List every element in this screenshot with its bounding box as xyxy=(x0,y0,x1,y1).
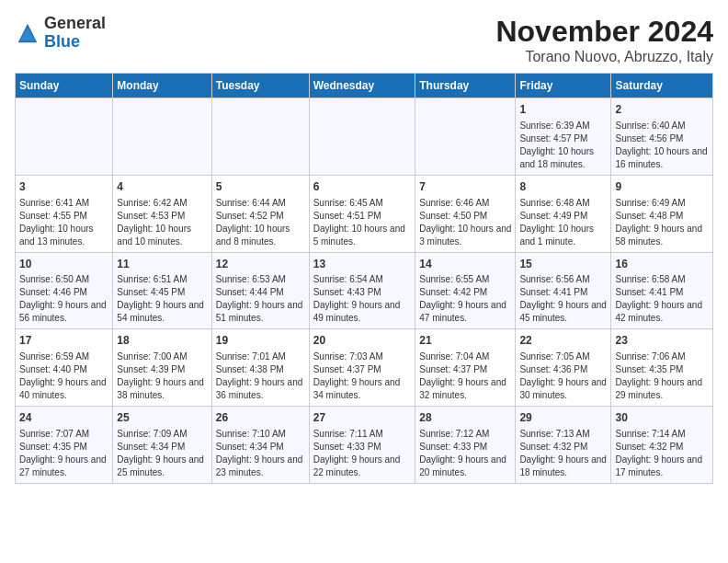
day-header-tuesday: Tuesday xyxy=(211,74,309,98)
calendar-cell: 28Sunrise: 7:12 AM Sunset: 4:33 PM Dayli… xyxy=(415,407,516,484)
week-row-3: 10Sunrise: 6:50 AM Sunset: 4:46 PM Dayli… xyxy=(16,252,713,329)
day-info: Sunrise: 6:39 AM Sunset: 4:57 PM Dayligh… xyxy=(519,120,607,171)
calendar-cell: 1Sunrise: 6:39 AM Sunset: 4:57 PM Daylig… xyxy=(516,98,611,176)
day-info: Sunrise: 6:48 AM Sunset: 4:49 PM Dayligh… xyxy=(519,197,607,248)
header: General Blue November 2024 Torano Nuovo,… xyxy=(15,15,713,65)
calendar-cell: 9Sunrise: 6:49 AM Sunset: 4:48 PM Daylig… xyxy=(611,175,713,252)
day-info: Sunrise: 7:05 AM Sunset: 4:36 PM Dayligh… xyxy=(519,350,607,402)
day-info: Sunrise: 7:06 AM Sunset: 4:35 PM Dayligh… xyxy=(615,350,709,402)
day-info: Sunrise: 7:12 AM Sunset: 4:33 PM Dayligh… xyxy=(419,428,511,479)
logo: General Blue xyxy=(15,15,106,52)
day-number: 28 xyxy=(419,410,511,426)
calendar-title: November 2024 xyxy=(495,15,713,49)
calendar-table: SundayMondayTuesdayWednesdayThursdayFrid… xyxy=(15,73,713,484)
day-info: Sunrise: 6:41 AM Sunset: 4:55 PM Dayligh… xyxy=(19,197,108,248)
day-number: 11 xyxy=(117,257,207,272)
day-info: Sunrise: 7:04 AM Sunset: 4:37 PM Dayligh… xyxy=(419,350,511,402)
week-row-2: 3Sunrise: 6:41 AM Sunset: 4:55 PM Daylig… xyxy=(16,175,713,252)
day-number: 8 xyxy=(519,179,607,195)
day-number: 17 xyxy=(19,333,108,349)
day-header-wednesday: Wednesday xyxy=(309,74,415,98)
day-info: Sunrise: 7:10 AM Sunset: 4:34 PM Dayligh… xyxy=(216,428,305,479)
day-info: Sunrise: 7:01 AM Sunset: 4:38 PM Dayligh… xyxy=(216,350,305,402)
calendar-cell xyxy=(309,98,415,176)
calendar-cell: 13Sunrise: 6:54 AM Sunset: 4:43 PM Dayli… xyxy=(309,252,415,329)
calendar-cell xyxy=(415,98,516,176)
logo-blue: Blue xyxy=(44,32,80,51)
day-number: 16 xyxy=(615,257,709,272)
logo-general: General xyxy=(44,14,106,32)
calendar-cell: 24Sunrise: 7:07 AM Sunset: 4:35 PM Dayli… xyxy=(16,407,113,484)
day-info: Sunrise: 6:40 AM Sunset: 4:56 PM Dayligh… xyxy=(615,120,709,171)
day-info: Sunrise: 7:09 AM Sunset: 4:34 PM Dayligh… xyxy=(117,428,207,479)
calendar-cell: 30Sunrise: 7:14 AM Sunset: 4:32 PM Dayli… xyxy=(611,407,713,484)
day-number: 1 xyxy=(519,102,607,118)
calendar-cell: 5Sunrise: 6:44 AM Sunset: 4:52 PM Daylig… xyxy=(211,175,309,252)
svg-marker-1 xyxy=(20,27,36,40)
day-info: Sunrise: 6:53 AM Sunset: 4:44 PM Dayligh… xyxy=(216,273,305,325)
logo-text: General Blue xyxy=(44,15,106,52)
day-info: Sunrise: 6:49 AM Sunset: 4:48 PM Dayligh… xyxy=(615,197,709,248)
day-number: 2 xyxy=(615,102,709,118)
day-number: 14 xyxy=(419,257,511,272)
day-info: Sunrise: 7:13 AM Sunset: 4:32 PM Dayligh… xyxy=(519,428,607,479)
day-number: 24 xyxy=(19,410,108,426)
calendar-cell: 3Sunrise: 6:41 AM Sunset: 4:55 PM Daylig… xyxy=(16,175,113,252)
calendar-cell: 16Sunrise: 6:58 AM Sunset: 4:41 PM Dayli… xyxy=(611,252,713,329)
logo-icon xyxy=(15,20,40,46)
day-info: Sunrise: 6:45 AM Sunset: 4:51 PM Dayligh… xyxy=(313,197,412,248)
day-number: 6 xyxy=(313,179,412,195)
calendar-cell: 22Sunrise: 7:05 AM Sunset: 4:36 PM Dayli… xyxy=(516,329,611,407)
day-number: 22 xyxy=(519,333,607,349)
calendar-cell: 7Sunrise: 6:46 AM Sunset: 4:50 PM Daylig… xyxy=(415,175,516,252)
day-header-thursday: Thursday xyxy=(415,74,516,98)
calendar-cell: 2Sunrise: 6:40 AM Sunset: 4:56 PM Daylig… xyxy=(611,98,713,176)
calendar-cell: 26Sunrise: 7:10 AM Sunset: 4:34 PM Dayli… xyxy=(211,407,309,484)
day-number: 21 xyxy=(419,333,511,349)
calendar-subtitle: Torano Nuovo, Abruzzo, Italy xyxy=(495,49,713,65)
calendar-cell: 27Sunrise: 7:11 AM Sunset: 4:33 PM Dayli… xyxy=(309,407,415,484)
day-number: 10 xyxy=(19,257,108,272)
calendar-cell: 20Sunrise: 7:03 AM Sunset: 4:37 PM Dayli… xyxy=(309,329,415,407)
day-info: Sunrise: 6:50 AM Sunset: 4:46 PM Dayligh… xyxy=(19,273,108,325)
day-header-sunday: Sunday xyxy=(16,74,113,98)
calendar-cell: 10Sunrise: 6:50 AM Sunset: 4:46 PM Dayli… xyxy=(16,252,113,329)
calendar-cell xyxy=(16,98,113,176)
calendar-cell: 8Sunrise: 6:48 AM Sunset: 4:49 PM Daylig… xyxy=(516,175,611,252)
calendar-cell: 6Sunrise: 6:45 AM Sunset: 4:51 PM Daylig… xyxy=(309,175,415,252)
title-block: November 2024 Torano Nuovo, Abruzzo, Ita… xyxy=(495,15,713,65)
calendar-cell: 18Sunrise: 7:00 AM Sunset: 4:39 PM Dayli… xyxy=(113,329,211,407)
day-number: 7 xyxy=(419,179,511,195)
day-number: 3 xyxy=(19,179,108,195)
calendar-cell: 12Sunrise: 6:53 AM Sunset: 4:44 PM Dayli… xyxy=(211,252,309,329)
calendar-cell xyxy=(211,98,309,176)
day-info: Sunrise: 7:07 AM Sunset: 4:35 PM Dayligh… xyxy=(19,428,108,479)
day-number: 18 xyxy=(117,333,207,349)
calendar-cell: 19Sunrise: 7:01 AM Sunset: 4:38 PM Dayli… xyxy=(211,329,309,407)
calendar-cell: 29Sunrise: 7:13 AM Sunset: 4:32 PM Dayli… xyxy=(516,407,611,484)
day-number: 12 xyxy=(216,257,305,272)
week-row-5: 24Sunrise: 7:07 AM Sunset: 4:35 PM Dayli… xyxy=(16,407,713,484)
calendar-cell: 14Sunrise: 6:55 AM Sunset: 4:42 PM Dayli… xyxy=(415,252,516,329)
day-number: 4 xyxy=(117,179,207,195)
day-info: Sunrise: 6:56 AM Sunset: 4:41 PM Dayligh… xyxy=(519,273,607,325)
calendar-cell: 21Sunrise: 7:04 AM Sunset: 4:37 PM Dayli… xyxy=(415,329,516,407)
day-info: Sunrise: 7:14 AM Sunset: 4:32 PM Dayligh… xyxy=(615,428,709,479)
day-number: 27 xyxy=(313,410,412,426)
day-info: Sunrise: 6:46 AM Sunset: 4:50 PM Dayligh… xyxy=(419,197,511,248)
calendar-cell xyxy=(113,98,211,176)
day-info: Sunrise: 7:00 AM Sunset: 4:39 PM Dayligh… xyxy=(117,350,207,402)
day-info: Sunrise: 7:03 AM Sunset: 4:37 PM Dayligh… xyxy=(313,350,412,402)
calendar-cell: 11Sunrise: 6:51 AM Sunset: 4:45 PM Dayli… xyxy=(113,252,211,329)
day-header-saturday: Saturday xyxy=(611,74,713,98)
day-number: 29 xyxy=(519,410,607,426)
calendar-cell: 23Sunrise: 7:06 AM Sunset: 4:35 PM Dayli… xyxy=(611,329,713,407)
day-number: 25 xyxy=(117,410,207,426)
day-info: Sunrise: 6:51 AM Sunset: 4:45 PM Dayligh… xyxy=(117,273,207,325)
day-info: Sunrise: 7:11 AM Sunset: 4:33 PM Dayligh… xyxy=(313,428,412,479)
calendar-cell: 17Sunrise: 6:59 AM Sunset: 4:40 PM Dayli… xyxy=(16,329,113,407)
day-number: 30 xyxy=(615,410,709,426)
day-number: 15 xyxy=(519,257,607,272)
day-info: Sunrise: 6:42 AM Sunset: 4:53 PM Dayligh… xyxy=(117,197,207,248)
day-number: 23 xyxy=(615,333,709,349)
